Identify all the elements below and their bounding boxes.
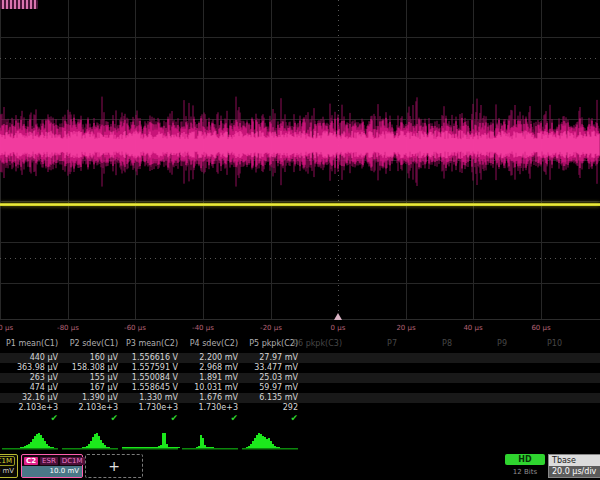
hd-bits-label: 12 Bits [505,468,545,476]
time-axis-label: -20 µs [260,324,282,332]
c2-channel-chip: C2 [24,457,38,465]
measure-header-cell-inactive[interactable]: P9 [455,339,507,349]
measure-status-check: ✔ [0,413,58,423]
measure-value-cell: 1.676 mV [180,393,238,403]
measure-value-cell: 1.558645 V [120,383,178,393]
c1-trace [0,203,600,206]
oscilloscope-screen: -100 µs-80 µs-60 µs-40 µs-20 µs0 µs20 µs… [0,0,600,480]
channel-c1-descriptor[interactable]: DC1M 10.0 mV [0,454,18,478]
time-axis-label: -40 µs [192,324,214,332]
hd-mode-badge[interactable]: HD [505,454,545,465]
measure-table: P1 mean(C1)P2 sdev(C1)P3 mean(C2)P4 sdev… [0,337,600,430]
time-axis-label: -100 µs [0,324,13,332]
trace-label-badge [0,0,38,9]
measure-value-cell: 1.891 mV [180,373,238,383]
time-axis-label: 40 µs [463,324,482,332]
measure-header-cell[interactable]: P4 sdev(C2) [180,339,238,349]
c1-coupling-badge: DC1M [0,456,15,466]
measure-value-cell: 1.550084 V [120,373,178,383]
measure-value-cell: 32.16 µV [0,393,58,403]
measure-header-cell[interactable]: P1 mean(C1) [0,339,58,349]
c2-coupling-badge: DC1M [60,457,85,465]
measure-value-cell: 6.135 mV [240,393,298,403]
measure-header-cell-inactive[interactable]: P11 [565,339,600,349]
measure-value-cell: 2.103e+3 [0,403,58,413]
measure-value-cell: 1.330 mV [120,393,178,403]
measure-value-cell: 2.103e+3 [60,403,118,413]
measure-value-cell: 440 µV [0,353,58,363]
measure-status-check: ✔ [180,413,238,423]
time-axis-label: -80 µs [57,324,79,332]
c1-scale-value: 10.0 mV [0,466,17,477]
measure-value-cell: 292 [240,403,298,413]
timebase-title: Tbase [549,455,600,466]
c2-esr-badge: ESR [40,457,58,465]
measure-value-cell: 474 µV [0,383,58,393]
measure-histicons [0,430,600,452]
measure-header-cell[interactable]: P2 sdev(C1) [60,339,118,349]
add-trace-button[interactable]: + [85,454,143,478]
measure-status-check: ✔ [60,413,118,423]
measure-value-cell: 2.968 mV [180,363,238,373]
measure-value-cell: 1.556616 V [120,353,178,363]
waveform-grid: -100 µs-80 µs-60 µs-40 µs-20 µs0 µs20 µs… [0,0,600,336]
measure-status-check: ✔ [120,413,178,423]
time-axis: -100 µs-80 µs-60 µs-40 µs-20 µs0 µs20 µs… [0,319,600,337]
measure-header-cell-inactive[interactable]: P6 pkpk(C3) [290,339,342,349]
measure-header-cell-inactive[interactable]: P10 [510,339,562,349]
measure-value-cell: 363.98 µV [0,363,58,373]
measure-header-cell[interactable]: P3 mean(C2) [120,339,178,349]
measure-value-cell: 2.200 mV [180,353,238,363]
histicon-P5[interactable] [240,430,300,452]
status-bar: DC1M 10.0 mV C2 ESR DC1M 10.0 mV + HD 12… [0,452,600,480]
time-axis-label: 20 µs [396,324,415,332]
histicon-P1[interactable] [0,430,60,452]
histicon-P4[interactable] [180,430,240,452]
measure-header-cell-inactive[interactable]: P8 [400,339,452,349]
measure-header-cell-inactive[interactable]: P7 [345,339,397,349]
c2-scale-value: 10.0 mV [22,466,82,477]
timebase-value: 20.0 µs/div [549,466,600,477]
c2-noise-trace [0,0,600,319]
measure-status-check: ✔ [240,413,298,423]
histicon-P2[interactable] [60,430,120,452]
measure-value-cell: 1.730e+3 [120,403,178,413]
measure-value-cell: 167 µV [60,383,118,393]
histicon-P3[interactable] [120,430,180,452]
time-axis-label: -60 µs [124,324,146,332]
measure-value-cell: 1.557591 V [120,363,178,373]
channel-c2-descriptor[interactable]: C2 ESR DC1M 10.0 mV [21,454,83,478]
measure-value-cell: 1.390 µV [60,393,118,403]
measure-value-cell: 25.03 mV [240,373,298,383]
measure-value-cell: 10.031 mV [180,383,238,393]
measure-value-cell: 263 µV [0,373,58,383]
timebase-descriptor[interactable]: Tbase 20.0 µs/div [548,454,600,478]
measure-value-cell: 27.97 mV [240,353,298,363]
trigger-position-marker [334,313,342,320]
measure-value-cell: 160 µV [60,353,118,363]
time-axis-label: 60 µs [531,324,550,332]
measure-value-cell: 158.308 µV [60,363,118,373]
time-axis-label: 0 µs [331,324,346,332]
measure-value-cell: 155 µV [60,373,118,383]
measure-value-cell: 1.730e+3 [180,403,238,413]
measure-value-cell: 59.97 mV [240,383,298,393]
measure-value-cell: 33.477 mV [240,363,298,373]
